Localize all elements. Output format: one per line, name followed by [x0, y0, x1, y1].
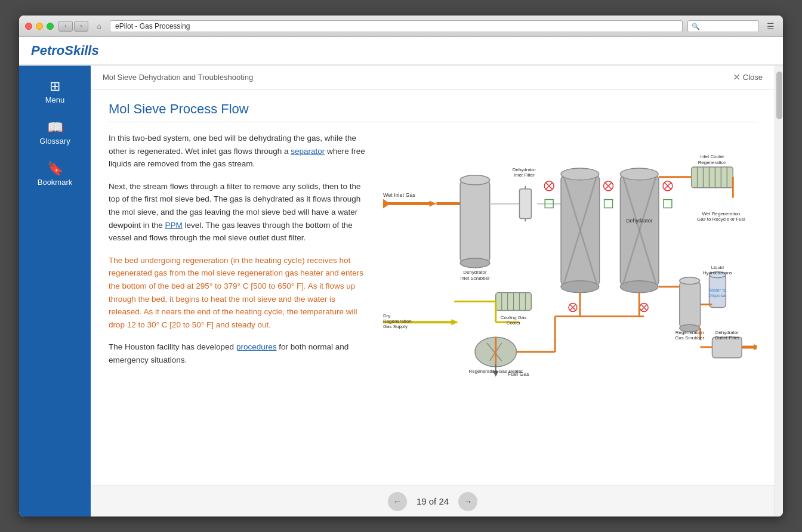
svg-text:Inlet Scrubber: Inlet Scrubber — [460, 276, 490, 281]
svg-marker-34 — [451, 319, 458, 325]
sidebar: ⊞ Menu 📖 Glossary 🔖 Bookmark — [19, 66, 91, 516]
svg-text:Dehydrator: Dehydrator — [513, 167, 536, 172]
page-count: 19 of 24 — [417, 496, 449, 506]
scrollbar-track[interactable] — [775, 66, 783, 516]
svg-text:Gas to Recycle or Fuel: Gas to Recycle or Fuel — [697, 216, 745, 222]
menu-icon: ⊞ — [50, 80, 60, 93]
scrollbar-thumb[interactable] — [776, 72, 782, 119]
minimize-traffic-light[interactable] — [36, 23, 43, 30]
bookmark-icon: 🔖 — [47, 162, 63, 175]
svg-text:Wet Inlet Gas: Wet Inlet Gas — [383, 192, 416, 198]
svg-rect-8 — [520, 189, 532, 219]
close-traffic-light[interactable] — [25, 23, 32, 30]
close-label: Close — [743, 73, 763, 82]
paragraph-3: The bed undergoing regeneration (in the … — [109, 254, 365, 332]
browser-menu-button[interactable]: ☰ — [764, 21, 777, 32]
maximize-traffic-light[interactable] — [47, 23, 54, 30]
svg-text:Wet Regeneration: Wet Regeneration — [702, 211, 740, 216]
two-column-layout: In this two-bed system, one bed will be … — [109, 132, 757, 385]
sidebar-item-bookmark[interactable]: 🔖 Bookmark — [19, 154, 91, 195]
paragraph-2: Next, the stream flows through a filter … — [109, 180, 365, 245]
svg-text:Inlet Filter: Inlet Filter — [514, 172, 535, 178]
svg-point-12 — [561, 281, 599, 293]
sidebar-item-menu[interactable]: ⊞ Menu — [19, 72, 91, 113]
svg-point-11 — [561, 168, 599, 180]
svg-text:Gas Scrubber: Gas Scrubber — [675, 335, 704, 341]
svg-rect-46 — [664, 200, 672, 208]
svg-point-5 — [460, 258, 490, 268]
breadcrumb: Mol Sieve Dehydration and Troubleshootin… — [103, 73, 253, 82]
separator-link[interactable]: separator — [291, 147, 325, 156]
content-scroll[interactable]: Mol Sieve Process Flow In this two-bed s… — [91, 89, 775, 485]
address-bar[interactable]: ePilot - Gas Processing — [110, 20, 683, 32]
sidebar-menu-label: Menu — [45, 95, 65, 104]
svg-marker-63 — [754, 344, 757, 350]
logo: PetroSkills — [31, 43, 99, 58]
svg-marker-82 — [383, 199, 390, 209]
glossary-icon: 📖 — [47, 121, 63, 134]
close-button[interactable]: ✕ Close — [733, 72, 763, 83]
next-page-button[interactable]: → — [458, 492, 477, 511]
close-x-icon: ✕ — [733, 72, 741, 83]
svg-rect-3 — [460, 180, 490, 263]
ppm-link[interactable]: PPM — [165, 221, 183, 230]
svg-text:Liquid: Liquid — [711, 265, 724, 270]
svg-text:Dehydrator: Dehydrator — [715, 330, 739, 335]
svg-text:Water to: Water to — [709, 287, 727, 293]
procedures-link[interactable]: procedures — [236, 342, 277, 351]
svg-point-54 — [680, 277, 700, 284]
content-header: Mol Sieve Dehydration and Troubleshootin… — [91, 66, 775, 89]
svg-marker-1 — [429, 201, 436, 207]
titlebar: ‹ › ⌂ ePilot - Gas Processing ☰ — [19, 16, 783, 37]
svg-rect-45 — [604, 200, 613, 208]
svg-text:Hydrocarbons: Hydrocarbons — [703, 270, 732, 276]
text-column: In this two-bed system, one bed will be … — [109, 132, 365, 385]
content-area: Mol Sieve Dehydration and Troubleshootin… — [91, 66, 775, 516]
prev-arrow-icon: ← — [393, 497, 402, 506]
url-text: ePilot - Gas Processing — [115, 22, 190, 30]
svg-text:Regeneration: Regeneration — [675, 330, 704, 335]
search-area — [687, 20, 759, 32]
svg-text:Gas Supply: Gas Supply — [383, 324, 408, 329]
diagram-column: Wet Inlet Gas Dehydrator Inlet Filter De… — [377, 132, 757, 385]
traffic-lights — [25, 23, 54, 30]
search-input[interactable] — [687, 20, 759, 32]
svg-point-4 — [460, 175, 490, 185]
app-window: ‹ › ⌂ ePilot - Gas Processing ☰ PetroSki… — [19, 16, 783, 516]
svg-text:Inlet Cooler: Inlet Cooler — [700, 154, 724, 159]
page-title: Mol Sieve Process Flow — [109, 101, 757, 122]
prev-page-button[interactable]: ← — [388, 492, 407, 511]
brand-bar: PetroSkills — [19, 37, 783, 66]
svg-point-17 — [620, 281, 658, 293]
sidebar-bookmark-label: Bookmark — [38, 178, 73, 187]
svg-text:Outlet Filter: Outlet Filter — [715, 335, 739, 341]
nav-buttons: ‹ › — [58, 21, 88, 32]
process-flow-diagram: Wet Inlet Gas Dehydrator Inlet Filter De… — [377, 132, 757, 382]
svg-text:Regeneration: Regeneration — [698, 160, 727, 165]
svg-text:Regeneration Gas Heater: Regeneration Gas Heater — [469, 369, 523, 374]
svg-text:Cooling Gas: Cooling Gas — [501, 315, 527, 320]
svg-text:Dehydrator: Dehydrator — [463, 270, 487, 275]
svg-text:Dry: Dry — [383, 313, 390, 318]
forward-button[interactable]: › — [74, 21, 88, 32]
paragraph-1: In this two-bed system, one bed will be … — [109, 132, 365, 171]
svg-text:Dehydrator: Dehydrator — [626, 218, 652, 224]
svg-rect-53 — [680, 281, 701, 329]
svg-text:Disposal: Disposal — [708, 293, 727, 298]
svg-point-16 — [620, 168, 658, 180]
svg-text:Regeneration: Regeneration — [383, 318, 412, 324]
home-button[interactable]: ⌂ — [93, 21, 105, 32]
sidebar-glossary-label: Glossary — [39, 137, 70, 146]
sidebar-item-glossary[interactable]: 📖 Glossary — [19, 113, 91, 154]
next-arrow-icon: → — [464, 497, 472, 506]
paragraph-4: The Houston facility has developed proce… — [109, 341, 365, 366]
pagination-bar: ← 19 of 24 → — [91, 485, 775, 516]
svg-text:Cooler: Cooler — [507, 320, 521, 326]
main-layout: ⊞ Menu 📖 Glossary 🔖 Bookmark Mol Sieve D… — [19, 66, 783, 516]
back-button[interactable]: ‹ — [58, 21, 73, 32]
